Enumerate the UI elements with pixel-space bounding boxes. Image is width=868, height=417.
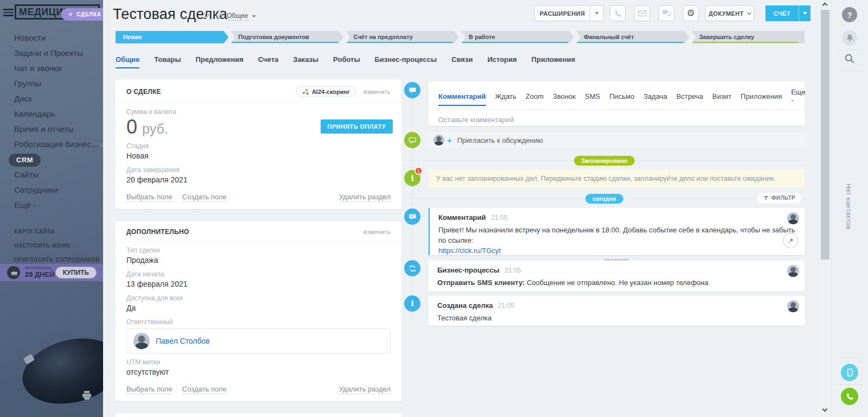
license-banner: ОСТАЛОСЬ 29 ДНЕЙ КУПИТЬ xyxy=(0,264,103,281)
stage-field-value[interactable]: Новая xyxy=(116,150,401,161)
amount-field[interactable]: 0 руб. ПРИНЯТЬ ОПЛАТУ xyxy=(116,116,401,137)
composer-tab-task[interactable]: Задача xyxy=(643,92,667,100)
sidebar-item-news[interactable]: Новости xyxy=(0,30,103,46)
chevron-down-icon[interactable] xyxy=(803,12,807,15)
sidebar-item-tasks[interactable]: Задачи и Проекты xyxy=(0,46,103,61)
composer-tab-comment[interactable]: Комментарий xyxy=(438,92,486,100)
tab-general[interactable]: Общие xyxy=(116,55,139,68)
tab-relations[interactable]: Связи xyxy=(451,55,473,68)
notifications-button[interactable] xyxy=(842,30,857,46)
avatar[interactable] xyxy=(787,300,799,312)
sidebar-item-crm[interactable]: CRM xyxy=(0,152,103,167)
sidebar-item-disk[interactable]: Диск xyxy=(0,91,103,106)
close-date-field-value[interactable]: 20 февраля 2021 xyxy=(116,174,401,185)
scrollbar-thumb[interactable] xyxy=(821,10,829,260)
avatar[interactable] xyxy=(133,333,150,349)
edit-section-link[interactable]: изменить xyxy=(363,229,391,235)
telephony-button[interactable] xyxy=(841,388,858,405)
deal-tab-pill[interactable]: × СДЕЛКА xyxy=(61,8,103,21)
avatar[interactable] xyxy=(787,212,799,224)
stage-in-progress[interactable]: В работе xyxy=(461,31,574,43)
delete-section-link[interactable]: Удалить раздел xyxy=(339,385,391,394)
search-button[interactable] xyxy=(844,53,855,66)
configure-menu-link[interactable]: НАСТРОИТЬ МЕНЮ xyxy=(0,239,103,253)
avatar[interactable] xyxy=(787,265,799,277)
vertical-scrollbar[interactable] xyxy=(819,0,831,417)
composer-tab-sms[interactable]: SMS xyxy=(585,92,600,100)
composer-tab-apps[interactable]: Приложения xyxy=(741,92,782,100)
ai-scoring-badge[interactable]: AI24-скоринг xyxy=(296,86,356,97)
tab-orders[interactable]: Заказы xyxy=(293,55,318,68)
printer-icon[interactable] xyxy=(81,390,92,402)
comment-input[interactable]: Оставьте комментарий xyxy=(429,110,805,130)
call-button[interactable] xyxy=(610,5,626,21)
start-date-value[interactable]: 13 февраля 2021 xyxy=(116,278,401,289)
settings-button[interactable]: ⚙ xyxy=(683,5,699,21)
filter-button[interactable]: ФИЛЬТР xyxy=(757,193,801,203)
extensions-button[interactable]: РАСШИРЕНИЯ xyxy=(534,5,604,21)
pin-button[interactable] xyxy=(783,233,798,248)
edit-section-link[interactable]: изменить xyxy=(363,89,391,95)
delete-section-link[interactable]: Удалить раздел xyxy=(339,193,391,202)
sidebar-item-time[interactable]: Время и отчеты xyxy=(0,122,103,137)
sidebar-item-groups[interactable]: Группы xyxy=(0,76,103,91)
composer-tab-meeting[interactable]: Встреча xyxy=(676,92,703,100)
document-button[interactable]: ДОКУМЕНТ xyxy=(705,5,754,21)
invite-to-discussion[interactable]: + Пригласить к обсуждению xyxy=(429,132,805,148)
stage-prepayment[interactable]: Счёт на предоплату xyxy=(346,31,459,43)
responsible-user-link[interactable]: Павел Столбов xyxy=(156,337,210,345)
composer-tab-email[interactable]: Письмо xyxy=(609,92,634,100)
sidebar-item-employees[interactable]: Сотрудники xyxy=(0,182,103,198)
scroll-down-arrow[interactable] xyxy=(822,407,828,412)
deal-tabs: Общие Товары Предложения Счета Заказы Ро… xyxy=(116,55,575,68)
invoice-button[interactable]: СЧЁТ xyxy=(765,5,810,21)
create-field-link[interactable]: Создать поле xyxy=(182,385,227,394)
sidebar-item-rpa[interactable]: Роботизация бизнес...beta xyxy=(0,137,103,152)
sidebar-item-sites[interactable]: Сайты xyxy=(0,167,103,182)
tab-bizproc[interactable]: Бизнес-процессы xyxy=(375,55,437,68)
chevron-down-icon[interactable] xyxy=(595,12,599,15)
tab-invoices[interactable]: Счета xyxy=(258,55,278,68)
visibility-value[interactable]: Да xyxy=(116,302,401,313)
close-icon[interactable]: × xyxy=(68,10,73,18)
composer-tab-call[interactable]: Звонок xyxy=(553,92,576,100)
stage-close-deal[interactable]: Завершить сделку xyxy=(692,31,805,43)
no-contacts-label: Нет контактов xyxy=(845,184,852,230)
composer-tabs: Комментарий Ждать Zoom Звонок SMS Письмо… xyxy=(429,81,805,110)
scroll-up-arrow[interactable] xyxy=(822,3,828,8)
chat-button[interactable] xyxy=(659,5,674,21)
composer-tab-wait[interactable]: Ждать xyxy=(495,92,516,100)
gear-icon: ⚙ xyxy=(687,9,695,18)
mobile-app-button[interactable] xyxy=(841,364,858,381)
hamburger-menu-icon[interactable] xyxy=(3,9,14,18)
sidebar-item-more[interactable]: Ещё - xyxy=(0,198,103,213)
composer-tab-more[interactable]: Еще - xyxy=(791,88,805,104)
chevron-down-icon[interactable] xyxy=(252,15,256,18)
scope-selector[interactable]: Общее xyxy=(227,12,248,21)
tab-products[interactable]: Товары xyxy=(154,55,181,68)
comment-icon xyxy=(404,82,420,98)
buy-button[interactable]: КУПИТЬ xyxy=(55,267,97,279)
tab-apps[interactable]: Приложения xyxy=(532,55,576,68)
select-field-link[interactable]: Выбрать поле xyxy=(126,385,173,394)
calendar-link[interactable]: https://clck.ru/TGcyt xyxy=(438,247,501,255)
stage-docs[interactable]: Подготовка документов xyxy=(231,31,343,43)
select-field-link[interactable]: Выбрать поле xyxy=(126,193,173,202)
tab-robots[interactable]: Роботы xyxy=(333,55,360,68)
deal-type-value[interactable]: Продажа xyxy=(116,254,401,266)
composer-tab-zoom[interactable]: Zoom xyxy=(526,92,544,100)
sidebar-item-calendar[interactable]: Календарь xyxy=(0,106,103,122)
create-field-link[interactable]: Создать поле xyxy=(182,193,227,202)
sidebar-item-chat[interactable]: Чат и звонки xyxy=(0,61,103,76)
help-button[interactable]: ? xyxy=(842,7,857,22)
stage-final-invoice[interactable]: Финальный счёт xyxy=(576,31,689,43)
tab-history[interactable]: История xyxy=(487,55,516,68)
email-button[interactable] xyxy=(634,5,650,21)
edit-title-icon[interactable] xyxy=(205,11,212,21)
link-icon[interactable] xyxy=(215,11,223,21)
tab-quotes[interactable]: Предложения xyxy=(196,55,244,68)
stage-new[interactable]: Новая xyxy=(116,31,228,43)
accept-payment-button[interactable]: ПРИНЯТЬ ОПЛАТУ xyxy=(321,119,393,134)
composer-tab-visit[interactable]: Визит xyxy=(712,92,731,100)
sitemap-link[interactable]: КАРТА САЙТА xyxy=(0,225,103,239)
